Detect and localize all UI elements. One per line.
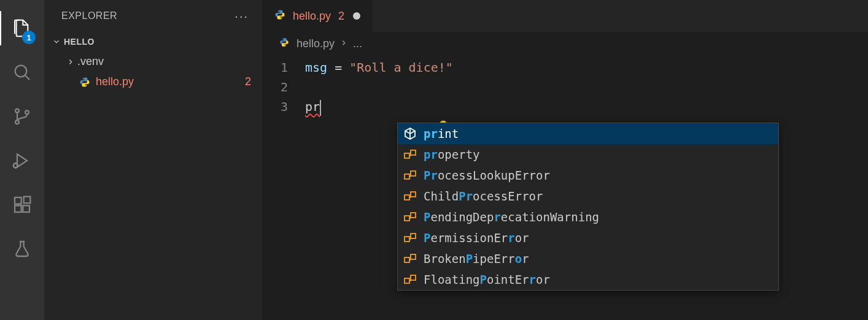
class-icon xyxy=(403,272,417,287)
line-gutter: 1 2 3 xyxy=(262,55,305,320)
svg-rect-8 xyxy=(23,205,29,212)
suggest-label: BrokenPipeError xyxy=(424,249,529,269)
typed-text: pr xyxy=(305,99,320,114)
suggest-item[interactable]: PendingDeprecationWarning xyxy=(398,207,778,227)
activity-search[interactable] xyxy=(0,50,44,94)
extensions-icon xyxy=(12,195,32,215)
play-bug-icon xyxy=(12,151,32,170)
sidebar-section-label: HELLO xyxy=(64,37,95,47)
chevron-right-icon xyxy=(65,58,76,66)
suggest-label: PendingDeprecationWarning xyxy=(424,207,599,227)
suggest-item[interactable]: PermissionError xyxy=(398,227,778,248)
svg-rect-17 xyxy=(411,213,416,218)
suggest-label: print xyxy=(424,124,459,143)
problem-count: 2 xyxy=(245,75,251,88)
class-icon xyxy=(403,230,417,245)
line-number: 3 xyxy=(262,97,288,116)
svg-line-1 xyxy=(25,75,29,80)
sidebar-section[interactable]: HELLO xyxy=(44,32,262,51)
branch-icon xyxy=(12,107,32,126)
activity-bar: 1 xyxy=(0,0,44,320)
tab-label: hello.py xyxy=(293,10,331,23)
dirty-indicator-icon[interactable] xyxy=(353,12,360,20)
class-icon xyxy=(403,210,417,224)
line-number: 1 xyxy=(262,58,288,77)
class-icon xyxy=(403,251,417,266)
activity-explorer[interactable]: 1 xyxy=(0,6,44,50)
suggest-item[interactable]: ChildProcessError xyxy=(398,186,778,207)
breadcrumbs[interactable]: hello.py ... xyxy=(262,32,868,55)
activity-run-debug[interactable] xyxy=(0,139,44,183)
python-icon xyxy=(77,77,92,88)
suggest-label: FloatingPointError xyxy=(424,270,550,289)
svg-rect-11 xyxy=(411,150,416,155)
activity-testing[interactable] xyxy=(0,227,44,271)
class-icon xyxy=(403,189,417,204)
suggest-label: PermissionError xyxy=(424,228,529,248)
sidebar: EXPLORER ··· HELLO .venv hello.py 2 xyxy=(44,0,262,320)
suggest-item[interactable]: ProcessLookupError xyxy=(398,165,778,186)
svg-point-3 xyxy=(15,120,19,124)
chevron-down-icon xyxy=(50,36,63,48)
suggest-label: property xyxy=(424,145,480,164)
svg-rect-6 xyxy=(15,197,21,204)
explorer-badge: 1 xyxy=(22,31,36,44)
python-icon xyxy=(274,9,287,23)
svg-point-2 xyxy=(15,109,19,113)
svg-rect-10 xyxy=(405,153,409,158)
sidebar-title: EXPLORER xyxy=(61,10,117,21)
code-editor[interactable]: 1 2 3 msg = "Roll a dice!" pr printprope… xyxy=(262,55,868,320)
tab-problem-count: 2 xyxy=(338,10,344,23)
svg-rect-22 xyxy=(405,278,409,283)
beaker-icon xyxy=(12,239,32,259)
suggest-item[interactable]: print xyxy=(398,123,778,144)
tree-folder-venv[interactable]: .venv xyxy=(53,51,262,72)
code-line[interactable]: msg = "Roll a dice!" xyxy=(305,58,868,77)
line-number: 2 xyxy=(262,77,288,97)
suggest-label: ChildProcessError xyxy=(424,186,543,206)
sidebar-header: EXPLORER ··· xyxy=(44,0,262,32)
breadcrumb-rest: ... xyxy=(353,37,362,50)
svg-rect-14 xyxy=(405,195,409,200)
class-icon xyxy=(403,147,417,162)
tree-item-label: hello.py xyxy=(96,75,134,88)
tree-item-label: .venv xyxy=(77,55,104,68)
search-icon xyxy=(12,63,32,82)
svg-rect-23 xyxy=(411,275,416,280)
svg-rect-15 xyxy=(411,192,416,197)
lightbulb-icon[interactable] xyxy=(363,98,375,110)
activity-extensions[interactable] xyxy=(0,183,44,227)
svg-rect-12 xyxy=(405,174,409,179)
svg-rect-9 xyxy=(24,197,31,204)
svg-point-0 xyxy=(15,66,27,77)
suggest-item[interactable]: FloatingPointError xyxy=(398,269,778,290)
intellisense-widget[interactable]: printpropertyProcessLookupErrorChildProc… xyxy=(397,123,779,291)
editor-area: hello.py 2 hello.py ... 1 2 3 msg = "Rol… xyxy=(262,0,868,320)
tab-bar: hello.py 2 xyxy=(262,0,868,32)
svg-rect-20 xyxy=(405,257,409,262)
suggest-item[interactable]: property xyxy=(398,144,778,165)
class-icon xyxy=(403,168,417,183)
code-line[interactable] xyxy=(305,77,868,97)
chevron-right-icon xyxy=(339,37,348,50)
svg-point-5 xyxy=(14,164,18,168)
code-line[interactable]: pr xyxy=(305,97,868,116)
svg-rect-21 xyxy=(411,254,416,259)
activity-source-control[interactable] xyxy=(0,94,44,139)
tab-hello[interactable]: hello.py 2 xyxy=(262,0,373,32)
svg-rect-16 xyxy=(405,216,409,221)
breadcrumb-file: hello.py xyxy=(296,37,335,50)
file-tree: .venv hello.py 2 xyxy=(44,51,262,92)
svg-rect-13 xyxy=(411,171,416,176)
suggest-label: ProcessLookupError xyxy=(424,166,550,185)
suggest-item[interactable]: BrokenPipeError xyxy=(398,248,778,269)
svg-rect-7 xyxy=(15,205,21,212)
method-icon xyxy=(403,126,417,141)
tree-file-hello[interactable]: hello.py 2 xyxy=(53,72,262,92)
text-cursor xyxy=(320,100,321,116)
code-content[interactable]: msg = "Roll a dice!" pr printpropertyPro… xyxy=(305,55,868,320)
svg-point-4 xyxy=(25,110,29,114)
sidebar-more-icon[interactable]: ··· xyxy=(234,9,249,23)
svg-rect-19 xyxy=(411,234,416,238)
python-icon xyxy=(279,37,292,50)
